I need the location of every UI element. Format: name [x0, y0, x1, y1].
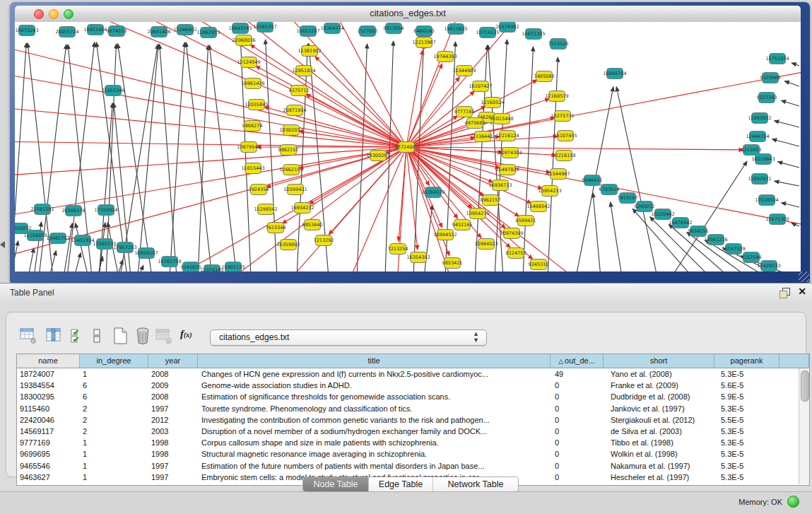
cell-pagerank[interactable]: 5.3E-5	[714, 426, 779, 437]
cell-title[interactable]: Tourette syndrome. Phenomenology and cla…	[198, 403, 551, 414]
cell-title[interactable]: Changes of HCN gene expression and I(f) …	[198, 368, 551, 380]
tab-node-table[interactable]: Node Table	[303, 477, 369, 491]
float-panel-icon[interactable]	[779, 288, 789, 298]
cell-name[interactable]: 22420046	[17, 414, 80, 426]
cell-out_de[interactable]: 0	[551, 426, 604, 437]
cell-pagerank[interactable]: 5.3E-5	[714, 437, 779, 448]
cell-short[interactable]: Yano et al. (2008)	[604, 368, 714, 380]
tab-edge-table[interactable]: Edge Table	[369, 477, 433, 491]
select-attributes-button[interactable]: ✔ ✔	[69, 327, 87, 345]
cell-title[interactable]: Disruption of a novel member of a sodium…	[198, 426, 551, 437]
cell-out_de[interactable]: 0	[551, 472, 604, 483]
cell-short[interactable]: Stergiakouli et al. (2012)	[604, 414, 714, 426]
cell-in_degree[interactable]: 2	[80, 403, 148, 414]
cell-in_degree[interactable]: 6	[80, 380, 148, 391]
cell-short[interactable]: Dudbridge et al. (2008)	[604, 391, 714, 402]
table-row[interactable]: 911546021997Tourette syndrome. Phenomeno…	[17, 403, 809, 414]
close-panel-icon[interactable]: ✕	[798, 286, 806, 297]
cell-name[interactable]: 19384554	[17, 380, 80, 391]
cell-year[interactable]: 1997	[148, 472, 198, 483]
cell-pagerank[interactable]: 5.5E-5	[714, 414, 779, 426]
cell-title[interactable]: Corpus callosum shape and size in male p…	[198, 437, 551, 448]
cell-name[interactable]: 18724007	[17, 368, 80, 380]
show-columns-button[interactable]	[45, 327, 63, 345]
cell-title[interactable]: Estimation of the future numbers of pati…	[198, 460, 551, 472]
delete-table-button[interactable]	[134, 327, 152, 345]
column-header-title[interactable]: title	[198, 354, 551, 368]
column-header-out_de[interactable]: △out_de...	[551, 354, 604, 368]
cell-short[interactable]: Tibbo et al. (1998)	[604, 437, 714, 448]
network-canvas[interactable]: 1667324324055724189514069674553206914061…	[15, 22, 801, 271]
cell-pagerank[interactable]: 5.3E-5	[714, 368, 779, 380]
collapsed-panel-arrow-icon[interactable]	[0, 241, 5, 248]
function-builder-button[interactable]: f(x)	[180, 328, 192, 340]
cell-in_degree[interactable]: 1	[80, 472, 148, 483]
cell-title[interactable]: Estimation of significance thresholds fo…	[198, 391, 551, 402]
cell-out_de[interactable]: 0	[551, 403, 604, 414]
cell-in_degree[interactable]: 1	[80, 368, 148, 380]
cell-short[interactable]: Hescheler et al. (1997)	[604, 472, 714, 483]
cell-in_degree[interactable]: 1	[80, 460, 148, 472]
cell-in_degree[interactable]: 2	[80, 414, 148, 426]
cell-name[interactable]: 9465546	[17, 460, 80, 472]
tab-network-table[interactable]: Network Table	[433, 477, 518, 491]
column-header-pagerank[interactable]: pagerank	[714, 354, 779, 368]
cell-out_de[interactable]: 0	[551, 448, 604, 460]
cell-year[interactable]: 2012	[148, 414, 198, 426]
table-row[interactable]: 946554611997Estimation of the future num…	[17, 460, 809, 472]
cell-title[interactable]: Structural magnetic resonance image aver…	[198, 448, 551, 460]
table-row[interactable]: 977716911998Corpus callosum shape and si…	[17, 437, 809, 448]
cell-year[interactable]: 2008	[148, 391, 198, 402]
table-row[interactable]: 2242004622012Investigating the contribut…	[17, 414, 809, 426]
cell-out_de[interactable]: 0	[551, 414, 604, 426]
network-nodes[interactable]: 1667324324055724189514069674553206914061…	[15, 22, 789, 271]
cell-out_de[interactable]: 0	[551, 437, 604, 448]
cell-year[interactable]: 2008	[148, 368, 198, 380]
cell-name[interactable]: 9699695	[17, 448, 80, 460]
cell-title[interactable]: Genome-wide association studies in ADHD.	[198, 380, 551, 391]
table-row[interactable]: 1456911722003Disruption of a novel membe…	[17, 426, 809, 437]
cell-year[interactable]: 2003	[148, 426, 198, 437]
cell-pagerank[interactable]: 5.3E-5	[714, 448, 779, 460]
cell-pagerank[interactable]: 5.3E-5	[714, 403, 779, 414]
cell-out_de[interactable]: 49	[551, 368, 604, 380]
window-resize-grip[interactable]	[799, 271, 809, 282]
cell-pagerank[interactable]: 5.9E-5	[714, 391, 779, 402]
cell-name[interactable]: 9115460	[17, 403, 80, 414]
cell-short[interactable]: Nakamura et al. (1997)	[604, 460, 714, 472]
cell-pagerank[interactable]: 5.3E-5	[714, 460, 779, 472]
cell-year[interactable]: 1998	[148, 437, 198, 448]
cell-title[interactable]: Investigating the contribution of common…	[198, 414, 551, 426]
network-window-titlebar[interactable]: citations_edges.txt	[15, 6, 801, 23]
cell-name[interactable]: 18300295	[17, 391, 80, 402]
new-table-button[interactable]	[111, 327, 129, 345]
cell-out_de[interactable]: 0	[551, 391, 604, 402]
cell-short[interactable]: Franke et al. (2009)	[604, 380, 714, 391]
column-header-short[interactable]: short	[604, 354, 714, 368]
row-height-button[interactable]	[88, 327, 107, 345]
cell-name[interactable]: 9463627	[17, 472, 80, 483]
memory-status-dot[interactable]	[787, 496, 799, 508]
cell-name[interactable]: 14569117	[17, 426, 80, 437]
table-row[interactable]: 969969511998Structural magnetic resonanc…	[17, 448, 809, 460]
scrollbar-thumb[interactable]	[801, 370, 809, 402]
network-svg[interactable]: 1667324324055724189514069674553206914061…	[15, 22, 801, 271]
cell-year[interactable]: 2009	[148, 380, 198, 391]
table-source-select[interactable]: citations_edges.txt ▲▼	[210, 329, 487, 346]
cell-year[interactable]: 1997	[148, 403, 198, 414]
column-header-in_degree[interactable]: in_degree	[80, 354, 148, 368]
cell-short[interactable]: Wolkin et al. (1998)	[604, 448, 714, 460]
cell-in_degree[interactable]: 1	[80, 437, 148, 448]
cell-year[interactable]: 1998	[148, 448, 198, 460]
cell-short[interactable]: Jankovic et al. (1997)	[604, 403, 714, 414]
network-window[interactable]: citations_edges.txt 16673243240557241895…	[10, 2, 810, 283]
table-settings-button[interactable]: ⚙	[19, 327, 37, 345]
cell-in_degree[interactable]: 2	[80, 426, 148, 437]
column-header-name[interactable]: name	[17, 354, 80, 368]
cell-out_de[interactable]: 0	[551, 460, 604, 472]
table-row[interactable]: 1830029562008Estimation of significance …	[17, 391, 809, 402]
table-row[interactable]: 1872400712008Changes of HCN gene express…	[17, 368, 809, 380]
cell-year[interactable]: 1997	[148, 460, 198, 472]
cell-pagerank[interactable]: 5.6E-5	[714, 380, 779, 391]
cell-in_degree[interactable]: 6	[80, 391, 148, 402]
